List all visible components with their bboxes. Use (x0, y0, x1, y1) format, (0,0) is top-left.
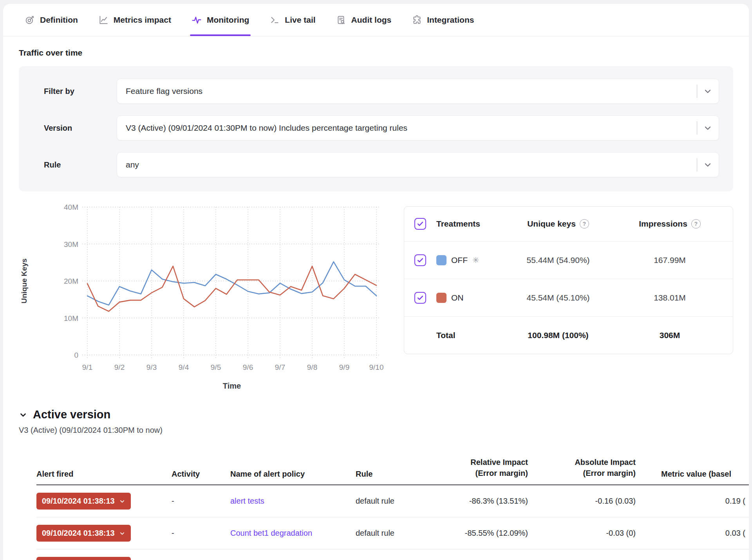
live-tail-icon (269, 15, 280, 25)
tabs: Definition Metrics impact Monitoring Liv… (25, 4, 474, 36)
alert-fired-badge[interactable]: 09/10/2024 01:38:13 (36, 525, 131, 542)
filter-by-value: Feature flag versions (126, 86, 697, 96)
active-version-title: Active version (33, 408, 110, 421)
select-divider (697, 158, 697, 171)
treatments-total-row: Total 100.98M (100%) 306M (404, 316, 733, 354)
alert-policy-link[interactable]: Count bet1 degradation (230, 529, 312, 537)
help-icon[interactable]: ? (580, 219, 589, 229)
tab-integrations[interactable]: Integrations (412, 4, 474, 36)
alert-absolute-impact: -0.16 (0.03) (595, 497, 636, 506)
active-version-subtitle: V3 (Active) (09/10/2024 01:30PM to now) (19, 426, 733, 435)
chevron-down-icon (119, 498, 125, 504)
rule-value: any (126, 160, 697, 169)
help-icon[interactable]: ? (691, 219, 701, 229)
chevron-down-icon (119, 530, 125, 537)
tab-label: Live tail (285, 15, 315, 25)
version-value: V3 (Active) (09/01/2024 01:30PM to now) … (126, 123, 697, 133)
alert-row: 09/10/2024 01:38:13 - Count bet1 degrada… (36, 517, 749, 549)
treatment-name: OFF (451, 256, 468, 265)
col-relative-impact: Relative Impact (Error margin) (424, 444, 528, 484)
tab-label: Metrics impact (114, 15, 171, 25)
off-unique-keys: 55.44M (54.90%) (526, 256, 589, 265)
on-color-swatch (436, 293, 446, 303)
treatments-header-row: Treatments Unique keys ? Impressions ? (404, 207, 733, 241)
treatment-row-off: OFF ✳ 55.44M (54.90%) 167.99M (404, 241, 733, 279)
rule-select[interactable]: any (117, 152, 719, 177)
on-impressions: 138.01M (654, 293, 686, 303)
svg-text:9/9: 9/9 (339, 363, 349, 371)
svg-text:9/6: 9/6 (243, 363, 253, 371)
treatment-name: ON (451, 293, 464, 303)
alert-absolute-impact: -0.03 (0) (606, 529, 636, 538)
alert-rule: default rule (356, 529, 424, 538)
treatments-select-all-checkbox[interactable] (414, 218, 426, 230)
alert-metric-value: 0.03 ( (725, 529, 745, 538)
tab-label: Monitoring (207, 15, 249, 25)
filter-by-select[interactable]: Feature flag versions (117, 79, 719, 104)
on-treatment-checkbox[interactable] (414, 292, 426, 304)
unique-keys-column-header: Unique keys ? (527, 219, 589, 229)
page-title: Traffic over time (19, 48, 733, 58)
tab-audit-logs[interactable]: Audit logs (336, 4, 392, 36)
rule-label: Rule (44, 160, 117, 169)
total-label: Total (436, 331, 456, 340)
version-row: Version V3 (Active) (09/01/2024 01:30PM … (44, 115, 719, 140)
active-version-section: Active version V3 (Active) (09/10/2024 0… (19, 408, 733, 435)
svg-text:40M: 40M (64, 203, 78, 211)
treatments-card: Treatments Unique keys ? Impressions ? (404, 206, 733, 354)
col-metric-value: Metric value (basel (636, 444, 745, 484)
alert-fired-badge[interactable]: 09/10/2024 01:46:53 (36, 557, 131, 560)
svg-text:9/3: 9/3 (146, 363, 157, 371)
version-select[interactable]: V3 (Active) (09/01/2024 01:30PM to now) … (117, 115, 719, 140)
alert-activity: - (172, 497, 230, 506)
default-treatment-icon: ✳ (472, 256, 479, 265)
svg-text:9/8: 9/8 (307, 363, 317, 371)
svg-text:9/10: 9/10 (369, 363, 384, 371)
filter-by-row: Filter by Feature flag versions (44, 79, 719, 104)
alert-activity: - (172, 529, 230, 538)
tab-label: Audit logs (351, 15, 392, 25)
audit-logs-icon (336, 15, 346, 25)
alert-fired-badge[interactable]: 09/10/2024 01:38:13 (36, 493, 131, 510)
tab-metrics-impact[interactable]: Metrics impact (98, 4, 171, 36)
alert-row: 09/10/2024 01:38:13 - alert tests defaul… (36, 485, 749, 517)
svg-text:9/7: 9/7 (275, 363, 285, 371)
select-divider (697, 121, 697, 135)
on-unique-keys: 45.54M (45.10%) (526, 293, 589, 303)
col-activity: Activity (172, 444, 230, 484)
tab-label: Integrations (427, 15, 474, 25)
tab-definition[interactable]: Definition (25, 4, 78, 36)
filter-by-label: Filter by (44, 87, 117, 96)
rule-row: Rule any (44, 152, 719, 177)
integrations-icon (412, 15, 422, 25)
collapse-chevron-icon[interactable] (19, 411, 27, 419)
svg-text:20M: 20M (64, 277, 78, 285)
svg-text:30M: 30M (64, 240, 78, 248)
off-treatment-checkbox[interactable] (414, 254, 426, 266)
off-color-swatch (436, 255, 446, 265)
alert-policy-link[interactable]: alert tests (230, 497, 264, 505)
main-content: Traffic over time Filter by Feature flag… (3, 48, 749, 560)
alert-row: 09/10/2024 01:46:53 - Custom metrics ale… (36, 549, 749, 560)
chevron-down-icon (703, 123, 712, 133)
svg-text:9/5: 9/5 (211, 363, 221, 371)
total-unique-keys: 100.98M (100%) (528, 331, 588, 340)
svg-text:0: 0 (74, 351, 78, 359)
impressions-column-header: Impressions ? (639, 219, 701, 229)
version-label: Version (44, 124, 117, 133)
tab-monitoring[interactable]: Monitoring (192, 4, 249, 36)
svg-text:9/2: 9/2 (114, 363, 125, 371)
definition-icon (25, 15, 35, 25)
col-policy: Name of alert policy (230, 444, 356, 484)
chevron-down-icon (703, 86, 712, 96)
tab-label: Definition (40, 15, 78, 25)
col-absolute-impact: Absolute Impact (Error margin) (528, 444, 636, 484)
tab-bar: Definition Metrics impact Monitoring Liv… (3, 4, 749, 36)
monitoring-icon (192, 15, 202, 25)
traffic-chart: 010M20M30M40M9/19/29/39/49/59/69/79/89/9… (19, 202, 397, 395)
select-divider (697, 85, 697, 98)
total-impressions: 306M (660, 331, 680, 340)
tab-live-tail[interactable]: Live tail (269, 4, 315, 36)
chevron-down-icon (703, 160, 712, 169)
alerts-table: Alert fired Activity Name of alert polic… (19, 444, 749, 560)
